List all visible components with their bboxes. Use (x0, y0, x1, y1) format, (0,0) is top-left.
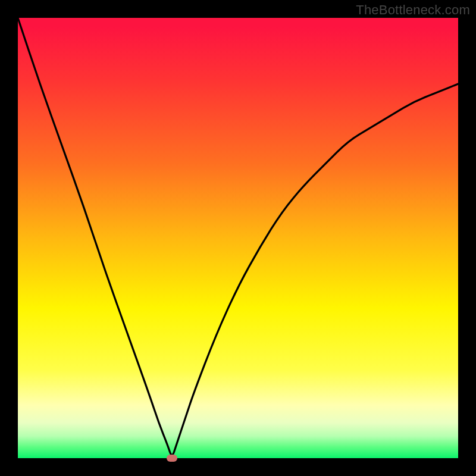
plot-area (18, 18, 458, 458)
optimal-point-marker (167, 455, 177, 462)
watermark-text: TheBottleneck.com (356, 2, 470, 18)
chart-stage: TheBottleneck.com (0, 0, 476, 476)
bottleneck-curve (18, 18, 458, 458)
